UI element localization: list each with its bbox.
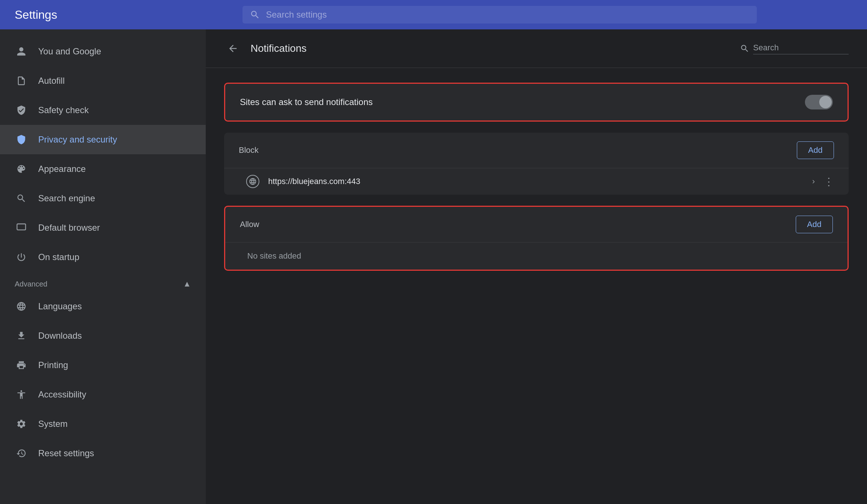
- content-body: Sites can ask to send notifications Bloc…: [206, 68, 867, 285]
- sidebar-label-appearance: Appearance: [38, 164, 86, 174]
- blocked-site-row: https://bluejeans.com:443 › ⋮: [224, 168, 849, 195]
- advanced-chevron-icon: ▲: [183, 279, 191, 289]
- allow-section-card: Allow Add No sites added: [224, 206, 849, 271]
- accessibility-icon: [15, 388, 28, 401]
- settings-title: Settings: [15, 8, 220, 22]
- download-icon: [15, 329, 28, 342]
- expand-icon[interactable]: ›: [812, 177, 815, 186]
- sidebar-label-you-and-google: You and Google: [38, 46, 101, 57]
- sidebar-item-printing[interactable]: Printing: [0, 350, 206, 380]
- more-options-icon[interactable]: ⋮: [824, 176, 834, 188]
- blocked-site-url: https://bluejeans.com:443: [268, 177, 803, 186]
- sidebar-item-on-startup[interactable]: On startup: [0, 242, 206, 272]
- sidebar-item-accessibility[interactable]: Accessibility: [0, 380, 206, 409]
- sidebar-item-system[interactable]: System: [0, 409, 206, 439]
- search-icon: [250, 10, 260, 20]
- sidebar-label-safety-check: Safety check: [38, 105, 89, 115]
- content-header: Notifications Search: [206, 29, 867, 68]
- content-search-icon: [740, 44, 749, 53]
- svg-rect-0: [17, 224, 25, 230]
- content-area: Notifications Search Sites can ask to se…: [206, 29, 867, 504]
- sidebar-label-reset-settings: Reset settings: [38, 448, 94, 458]
- sidebar-label-accessibility: Accessibility: [38, 389, 86, 400]
- sidebar-label-on-startup: On startup: [38, 252, 79, 262]
- palette-icon: [15, 162, 28, 176]
- sidebar-label-privacy-and-security: Privacy and security: [38, 134, 117, 145]
- sidebar-label-system: System: [38, 419, 68, 429]
- power-icon: [15, 251, 28, 264]
- sidebar-label-default-browser: Default browser: [38, 223, 100, 233]
- site-globe-icon: [246, 175, 259, 188]
- allow-label: Allow: [240, 220, 259, 229]
- sidebar-item-default-browser[interactable]: Default browser: [0, 213, 206, 242]
- block-section-header: Block Add: [224, 133, 849, 168]
- reset-icon: [15, 447, 28, 460]
- sidebar-label-downloads: Downloads: [38, 331, 82, 341]
- main-layout: You and Google Autofill Safety check Pri…: [0, 29, 867, 504]
- sidebar-item-downloads[interactable]: Downloads: [0, 321, 206, 350]
- allow-add-button[interactable]: Add: [796, 216, 833, 233]
- autofill-icon: [15, 74, 28, 87]
- page-title: Notifications: [251, 43, 731, 54]
- top-search-bar[interactable]: [242, 6, 757, 24]
- notification-toggle-card: Sites can ask to send notifications: [224, 83, 849, 122]
- advanced-section-header[interactable]: Advanced ▲: [0, 272, 206, 292]
- sidebar-item-reset-settings[interactable]: Reset settings: [0, 439, 206, 468]
- no-sites-text: No sites added: [225, 242, 848, 270]
- block-add-button[interactable]: Add: [797, 141, 834, 159]
- top-search-input[interactable]: [266, 10, 749, 20]
- content-search-text[interactable]: Search: [753, 43, 849, 54]
- globe-icon: [15, 300, 28, 313]
- sidebar-item-you-and-google[interactable]: You and Google: [0, 37, 206, 66]
- sidebar-item-languages[interactable]: Languages: [0, 292, 206, 321]
- advanced-label: Advanced: [15, 280, 47, 288]
- top-bar: Settings: [0, 0, 867, 29]
- back-button[interactable]: [224, 40, 242, 57]
- sidebar-label-printing: Printing: [38, 360, 68, 370]
- default-browser-icon: [15, 221, 28, 234]
- sidebar-label-autofill: Autofill: [38, 76, 65, 86]
- sidebar-label-search-engine: Search engine: [38, 193, 95, 204]
- sidebar-item-autofill[interactable]: Autofill: [0, 66, 206, 96]
- sidebar-label-languages: Languages: [38, 301, 82, 312]
- block-label: Block: [239, 145, 259, 155]
- sidebar-item-safety-check[interactable]: Safety check: [0, 96, 206, 125]
- search-engine-icon: [15, 192, 28, 205]
- content-search-area[interactable]: Search: [740, 43, 849, 54]
- sidebar-item-search-engine[interactable]: Search engine: [0, 184, 206, 213]
- sidebar-item-privacy-and-security[interactable]: Privacy and security: [0, 125, 206, 154]
- print-icon: [15, 359, 28, 372]
- security-icon: [15, 133, 28, 146]
- notification-toggle-label: Sites can ask to send notifications: [240, 97, 373, 107]
- sidebar-item-appearance[interactable]: Appearance: [0, 154, 206, 184]
- system-icon: [15, 417, 28, 431]
- person-icon: [15, 45, 28, 58]
- shield-icon: [15, 104, 28, 117]
- allow-section-header: Allow Add: [225, 207, 848, 242]
- block-section-card: Block Add https://bluejeans.com:443 › ⋮: [224, 133, 849, 195]
- sidebar: You and Google Autofill Safety check Pri…: [0, 29, 206, 504]
- notification-toggle-switch[interactable]: [805, 95, 833, 109]
